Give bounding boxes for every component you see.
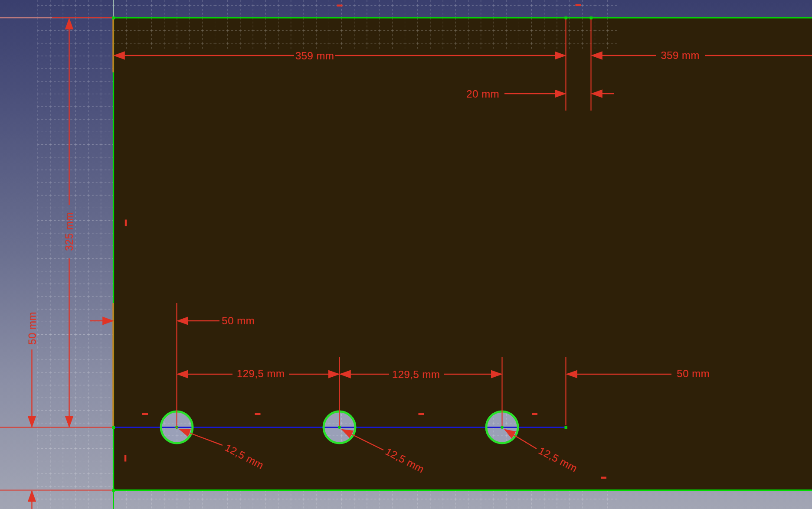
dimension-label-hole3-offset[interactable]: 50 mm <box>677 369 710 379</box>
horizontal-constraint-icon[interactable] <box>601 477 606 479</box>
grid-bottom-strip <box>114 491 619 509</box>
horizontal-constraint-icon[interactable] <box>142 413 148 415</box>
dimension-label-left-offset[interactable]: 50 mm <box>27 312 38 345</box>
dimension-lines[interactable] <box>32 19 812 509</box>
constraint-marks[interactable] <box>124 4 606 479</box>
vertex-bottom-left[interactable] <box>112 489 115 492</box>
dimension-label-top-width[interactable]: 359 mm <box>295 51 334 61</box>
hole-2-center-point[interactable] <box>338 426 341 429</box>
vertex-construction-end[interactable] <box>565 426 568 429</box>
face-edges[interactable] <box>113 18 812 490</box>
horizontal-constraint-icon[interactable] <box>255 413 261 415</box>
sketcher-viewport: 359 mm 359 mm 20 mm 325 mm 50 mm 50 mm 1… <box>0 0 812 509</box>
horizontal-constraint-icon[interactable] <box>419 413 424 415</box>
vertex-slot-left[interactable] <box>565 16 568 20</box>
hole-3-center-point[interactable] <box>501 426 504 429</box>
dimension-label-top-width-right[interactable]: 359 mm <box>661 50 700 61</box>
vertex-construction-start[interactable] <box>112 426 115 429</box>
horizontal-constraint-icon[interactable] <box>337 5 343 7</box>
dimension-label-left-height[interactable]: 325 mm <box>64 212 75 251</box>
vertical-constraint-icon[interactable] <box>125 220 127 226</box>
sketch-canvas <box>0 0 812 509</box>
dimension-label-slot-gap[interactable]: 20 mm <box>466 89 499 99</box>
grid-top-strip <box>114 0 619 49</box>
vertex-slot-right[interactable] <box>590 16 593 20</box>
horizontal-constraint-icon[interactable] <box>532 413 537 415</box>
horizontal-constraint-icon[interactable] <box>576 4 581 7</box>
vertical-constraint-icon[interactable] <box>124 455 127 462</box>
dimension-label-hole-spacing-left[interactable]: 129,5 mm <box>237 369 285 379</box>
dimension-label-hole1-offset[interactable]: 50 mm <box>222 316 255 326</box>
vertex-top-left[interactable] <box>112 16 115 20</box>
grid-left-strip <box>37 0 113 509</box>
dimension-label-hole-spacing-right[interactable]: 129,5 mm <box>392 369 440 380</box>
hole-1-center-highlight <box>176 427 178 428</box>
